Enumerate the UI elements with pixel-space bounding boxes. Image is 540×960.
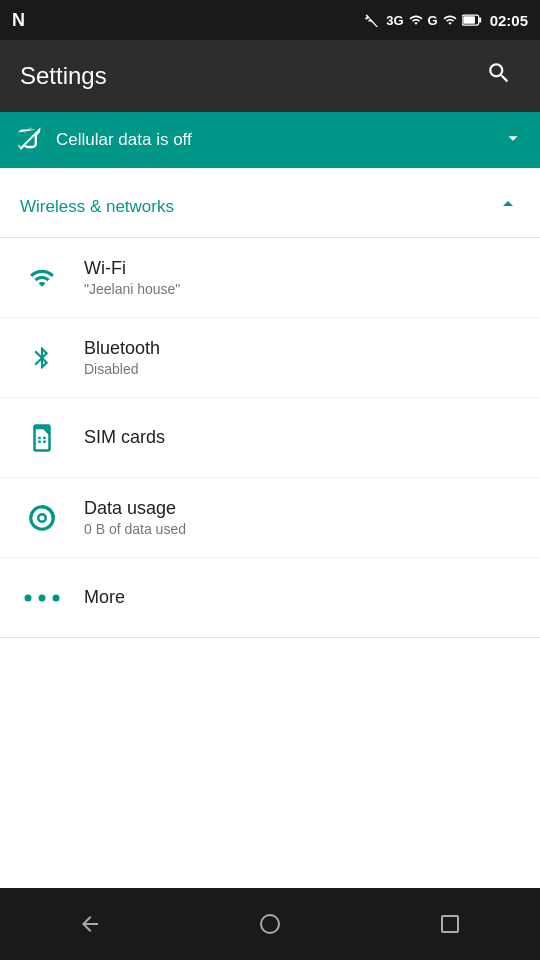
svg-rect-1 <box>463 16 475 24</box>
bluetooth-icon <box>29 343 55 373</box>
sim-icon <box>27 423 57 453</box>
data-usage-content: Data usage 0 B of data used <box>84 498 186 537</box>
menu-item-bluetooth[interactable]: Bluetooth Disabled <box>0 318 540 398</box>
browser-logo: N <box>12 10 25 31</box>
svg-rect-5 <box>38 440 41 443</box>
more-label: More <box>84 587 125 608</box>
svg-point-8 <box>38 514 46 522</box>
wifi-label: Wi-Fi <box>84 258 180 279</box>
data-usage-sublabel: 0 B of data used <box>84 521 186 537</box>
carrier-g-icon: G <box>428 13 438 28</box>
svg-rect-2 <box>479 18 481 23</box>
battery-icon <box>462 13 482 27</box>
data-usage-label: Data usage <box>84 498 186 519</box>
sim-content: SIM cards <box>84 427 165 448</box>
bluetooth-label: Bluetooth <box>84 338 160 359</box>
status-time: 02:05 <box>490 12 528 29</box>
menu-list: Wi-Fi "Jeelani house" Bluetooth Disabled <box>0 238 540 638</box>
status-bar-left: N <box>12 10 25 31</box>
bluetooth-content: Bluetooth Disabled <box>84 338 160 377</box>
svg-point-12 <box>261 915 279 933</box>
sim-icon-container <box>20 423 64 453</box>
page-title: Settings <box>20 62 107 90</box>
svg-rect-4 <box>43 436 46 439</box>
wireless-section-header[interactable]: Wireless & networks <box>0 168 540 238</box>
more-icon-container <box>20 591 64 605</box>
wifi-sublabel: "Jeelani house" <box>84 281 180 297</box>
search-button[interactable] <box>478 52 520 100</box>
svg-point-10 <box>39 594 46 601</box>
svg-rect-13 <box>442 916 458 932</box>
cellular-banner[interactable]: Cellular data is off <box>0 112 540 168</box>
more-dots-icon <box>24 591 60 605</box>
signal2-icon <box>442 13 458 27</box>
sim-label: SIM cards <box>84 427 165 448</box>
data-usage-icon-container <box>20 503 64 533</box>
cellular-off-icon <box>16 126 44 154</box>
home-button[interactable] <box>240 894 300 954</box>
menu-item-wifi[interactable]: Wi-Fi "Jeelani house" <box>0 238 540 318</box>
cellular-left: Cellular data is off <box>16 126 192 154</box>
wireless-collapse-icon[interactable] <box>496 192 520 221</box>
menu-item-sim[interactable]: SIM cards <box>0 398 540 478</box>
svg-point-11 <box>53 594 60 601</box>
wifi-content: Wi-Fi "Jeelani house" <box>84 258 180 297</box>
status-bar-right: 3G G 02:05 <box>364 12 528 29</box>
recent-apps-button[interactable] <box>420 894 480 954</box>
app-bar: Settings <box>0 40 540 112</box>
navigation-bar <box>0 888 540 960</box>
search-icon <box>486 60 512 86</box>
menu-item-data-usage[interactable]: Data usage 0 B of data used <box>0 478 540 558</box>
status-bar: N 3G G 02:05 <box>0 0 540 40</box>
network-type: 3G <box>386 13 403 28</box>
cellular-status-text: Cellular data is off <box>56 130 192 150</box>
wifi-icon-container <box>20 265 64 291</box>
svg-rect-6 <box>43 440 46 443</box>
svg-rect-3 <box>38 436 41 439</box>
data-usage-icon <box>27 503 57 533</box>
signal-icon <box>408 13 424 27</box>
more-content: More <box>84 587 125 608</box>
wireless-section-title: Wireless & networks <box>20 197 174 217</box>
back-button[interactable] <box>60 894 120 954</box>
menu-item-more[interactable]: More <box>0 558 540 638</box>
wifi-icon <box>27 265 57 291</box>
svg-point-9 <box>25 594 32 601</box>
cellular-expand-icon[interactable] <box>502 127 524 154</box>
bluetooth-sublabel: Disabled <box>84 361 160 377</box>
bluetooth-icon-container <box>20 343 64 373</box>
wifi-off-icon <box>364 13 380 27</box>
